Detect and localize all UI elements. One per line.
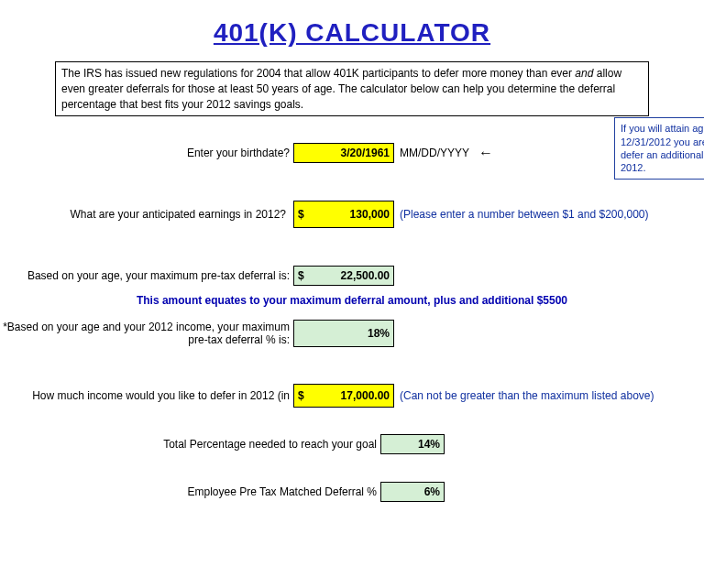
max-pct-value: 18% bbox=[368, 327, 390, 340]
earnings-symbol: $ bbox=[298, 208, 304, 221]
earnings-value: 130,000 bbox=[350, 208, 390, 221]
earnings-hint: (Please enter a number between $1 and $2… bbox=[400, 208, 649, 221]
max-deferral-symbol: $ bbox=[298, 269, 304, 282]
max-pct-output: 18% bbox=[293, 320, 394, 347]
total-pct-label: Total Percentage needed to reach your go… bbox=[163, 438, 377, 451]
birthdate-callout: If you will attain age 50 by 12/31/2012 … bbox=[614, 117, 704, 179]
row-max-pct: *Based on your age and your 2012 income,… bbox=[0, 320, 704, 347]
row-earnings: What are your anticipated earnings in 20… bbox=[0, 201, 704, 228]
row-max-deferral: Based on your age, your maximum pre-tax … bbox=[0, 265, 704, 287]
earnings-input[interactable]: $ 130,000 bbox=[293, 201, 394, 228]
total-pct-value: 14% bbox=[418, 438, 440, 451]
row-birthdate: Enter your birthdate? 3/20/1961 MM/DD/YY… bbox=[0, 142, 704, 164]
total-pct-output: 14% bbox=[380, 434, 445, 454]
intro-box: The IRS has issued new regulations for 2… bbox=[55, 61, 649, 116]
defer-amount-value: 17,000.00 bbox=[341, 389, 390, 402]
intro-line1: The IRS has issued new regulations for 2… bbox=[61, 67, 572, 80]
row-matched-pct: Employee Pre Tax Matched Deferral % 6% bbox=[0, 481, 704, 503]
row-total-pct: Total Percentage needed to reach your go… bbox=[0, 433, 704, 455]
row-defer-amount: How much income would you like to defer … bbox=[0, 384, 704, 408]
max-deferral-note: This amount equates to your maximum defe… bbox=[0, 294, 704, 307]
defer-amount-input[interactable]: $ 17,000.00 bbox=[293, 384, 394, 408]
max-deferral-value: 22,500.00 bbox=[341, 269, 390, 282]
matched-pct-value: 6% bbox=[424, 485, 440, 498]
defer-amount-hint: (Can not be greater than the maximum lis… bbox=[400, 389, 654, 402]
birthdate-label: Enter your birthdate? bbox=[0, 147, 293, 159]
birthdate-value: 3/20/1961 bbox=[341, 147, 390, 159]
birthdate-input[interactable]: 3/20/1961 bbox=[293, 143, 394, 163]
matched-pct-output: 6% bbox=[380, 482, 445, 502]
earnings-label: What are your anticipated earnings in 20… bbox=[71, 208, 286, 221]
intro-and: and bbox=[575, 67, 593, 80]
max-pct-label: *Based on your age and your 2012 income,… bbox=[3, 321, 290, 346]
birthdate-format: MM/DD/YYYY bbox=[400, 147, 469, 159]
arrow-icon: ← bbox=[478, 145, 493, 161]
matched-pct-label: Employee Pre Tax Matched Deferral % bbox=[187, 485, 377, 498]
max-deferral-output: $ 22,500.00 bbox=[293, 266, 394, 286]
defer-amount-label: How much income would you like to defer … bbox=[32, 389, 290, 402]
max-deferral-label: Based on your age, your maximum pre-tax … bbox=[28, 269, 290, 282]
page-title: 401(K) CALCULATOR bbox=[0, 18, 704, 48]
defer-amount-symbol: $ bbox=[298, 389, 304, 402]
